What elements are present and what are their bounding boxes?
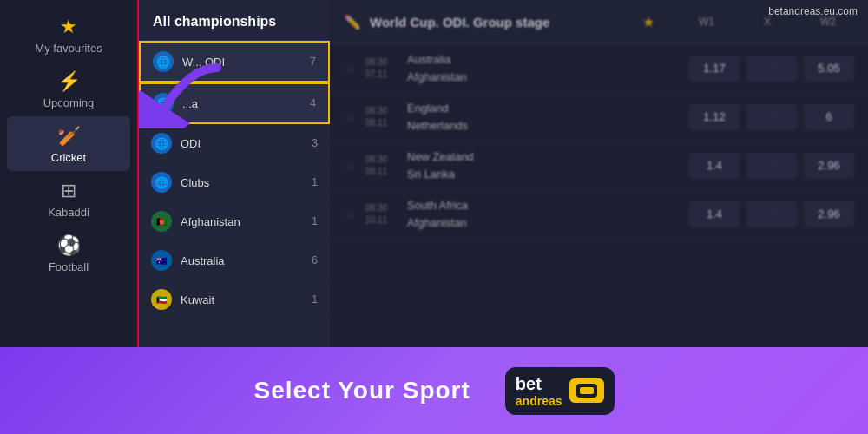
brand-bet-label: bet (516, 374, 562, 394)
bottom-banner: Select Your Sport bet andreas (0, 347, 868, 434)
match-time-1: 08:3007.11 (365, 56, 400, 81)
champ-name-ia: ...a (182, 97, 305, 110)
table-row: ☆ 08:3010.11 South AfricaAfghanistan 1.4… (330, 190, 868, 239)
sidebar-item-label-football: Football (49, 260, 89, 273)
match-teams-2: EnglandNetherlands (407, 100, 682, 134)
odd-w1-4[interactable]: 1.4 (689, 201, 740, 227)
tournament-title: World Cup. ODI. Group stage (370, 15, 634, 30)
match-star-4[interactable]: ☆ (344, 207, 355, 221)
odd-w2-2[interactable]: 6 (804, 104, 854, 130)
odd-x-1[interactable]: - (746, 56, 797, 82)
champ-count-ia: 4 (310, 97, 316, 109)
brand-badge: bet andreas (505, 367, 615, 415)
brand-logo-icon (569, 378, 604, 403)
match-star-1[interactable]: ☆ (344, 62, 355, 76)
sidebar-item-football[interactable]: ⚽ Football (0, 226, 137, 280)
match-star-2[interactable]: ☆ (344, 110, 355, 124)
app-container: ★ My favourites ⚡ Upcoming 🏏 Cricket ⊞ K… (0, 0, 868, 434)
fav-star-icon[interactable]: ★ (642, 14, 654, 30)
svg-rect-2 (580, 387, 594, 394)
champ-count-clubs: 1 (312, 176, 318, 188)
odd-x-4[interactable]: - (746, 201, 797, 227)
cricket-icon: 🏏 (57, 125, 81, 148)
match-odds-2: 1.12 - 6 (689, 104, 854, 130)
champ-name-clubs: Clubs (181, 176, 306, 189)
sidebar-item-cricket[interactable]: 🏏 Cricket (7, 116, 130, 171)
globe-icon-odi: 🌐 (151, 133, 172, 154)
champ-count-odi: 3 (312, 137, 318, 149)
champ-name-afghanistan: Afghanistan (181, 215, 306, 228)
match-teams-1: AustraliaAfghanistan (407, 51, 682, 85)
sidebar-item-label-upcoming: Upcoming (43, 96, 95, 109)
globe-icon-clubs: 🌐 (151, 172, 172, 193)
col-w1: W1 (681, 10, 733, 33)
odd-w2-3[interactable]: 2.96 (804, 153, 854, 179)
sidebar-item-upcoming[interactable]: ⚡ Upcoming (0, 62, 137, 116)
table-row: ☆ 08:3009.11 New ZealandSri Lanka 1.4 - … (330, 141, 868, 190)
match-odds-4: 1.4 - 2.96 (689, 201, 854, 227)
brand-text-block: bet andreas (516, 374, 562, 408)
championship-item-afghanistan[interactable]: 🇦🇫 Afghanistan 1 (139, 202, 330, 241)
match-teams-3: New ZealandSri Lanka (407, 148, 682, 182)
globe-icon-wc: 🌐 (153, 51, 174, 72)
match-time-4: 08:3010.11 (365, 202, 400, 227)
kabaddi-icon: ⊞ (61, 180, 76, 202)
odd-x-2[interactable]: - (746, 104, 797, 130)
kuw-icon: 🇰🇼 (151, 289, 172, 310)
match-odds-1: 1.17 - 5.05 (689, 56, 854, 82)
champ-count-australia: 6 (312, 254, 318, 266)
star-icon: ★ (60, 16, 77, 38)
afg-icon: 🇦🇫 (151, 211, 172, 232)
odd-w1-3[interactable]: 1.4 (689, 153, 740, 179)
championship-item-odi[interactable]: 🌐 ODI 3 (139, 124, 330, 163)
championship-item-ia[interactable]: 🌐 ...a 4 (139, 82, 330, 124)
match-time-3: 08:3009.11 (365, 154, 400, 178)
cta-text: Select Your Sport (253, 377, 470, 404)
odd-w1-2[interactable]: 1.12 (689, 104, 740, 130)
table-row: ☆ 08:3008.11 EnglandNetherlands 1.12 - 6 (330, 93, 868, 141)
champ-name-australia: Australia (181, 254, 306, 267)
top-bar-branding: betandreas.eu.com (758, 0, 868, 23)
champ-count-wc: 7 (310, 56, 316, 68)
championship-item-australia[interactable]: 🇦🇺 Australia 6 (139, 241, 330, 280)
odd-x-3[interactable]: - (746, 153, 797, 179)
championships-header: All championships (139, 0, 330, 41)
match-time-2: 08:3008.11 (365, 105, 400, 129)
champ-name-wc: W... ODI (182, 56, 305, 69)
match-star-3[interactable]: ☆ (344, 159, 355, 173)
domain-label: betandreas.eu.com (768, 5, 858, 17)
table-row: ☆ 08:3007.11 AustraliaAfghanistan 1.17 -… (330, 44, 868, 93)
champ-count-afghanistan: 1 (312, 215, 318, 227)
championship-item-kuwait[interactable]: 🇰🇼 Kuwait 1 (139, 280, 330, 319)
lightning-icon: ⚡ (57, 70, 81, 93)
champ-name-odi: ODI (181, 137, 306, 150)
match-teams-4: South AfricaAfghanistan (407, 197, 682, 231)
sidebar-item-label-kabaddi: Kabaddi (48, 206, 89, 219)
championship-item-wc-odi[interactable]: 🌐 W... ODI 7 (139, 41, 330, 82)
odd-w1-1[interactable]: 1.17 (689, 56, 740, 82)
sidebar-item-label-cricket: Cricket (51, 151, 86, 164)
pencil-icon: ✏️ (344, 14, 361, 30)
odd-w2-4[interactable]: 2.96 (804, 201, 854, 227)
football-icon: ⚽ (57, 234, 81, 257)
brand-andreas-label: andreas (516, 394, 562, 408)
champ-name-kuwait: Kuwait (181, 293, 306, 306)
championships-title: All championships (153, 14, 276, 29)
odd-w2-1[interactable]: 5.05 (804, 56, 854, 82)
aus-icon: 🇦🇺 (151, 250, 172, 271)
match-odds-3: 1.4 - 2.96 (689, 153, 854, 179)
championship-item-clubs[interactable]: 🌐 Clubs 1 (139, 163, 330, 202)
sidebar-item-kabaddi[interactable]: ⊞ Kabaddi (0, 171, 137, 226)
globe-icon-ia: 🌐 (153, 93, 174, 114)
sidebar-item-label-favourites: My favourites (35, 42, 102, 55)
champ-count-kuwait: 1 (312, 293, 318, 306)
sidebar-item-favourites[interactable]: ★ My favourites (0, 7, 137, 62)
